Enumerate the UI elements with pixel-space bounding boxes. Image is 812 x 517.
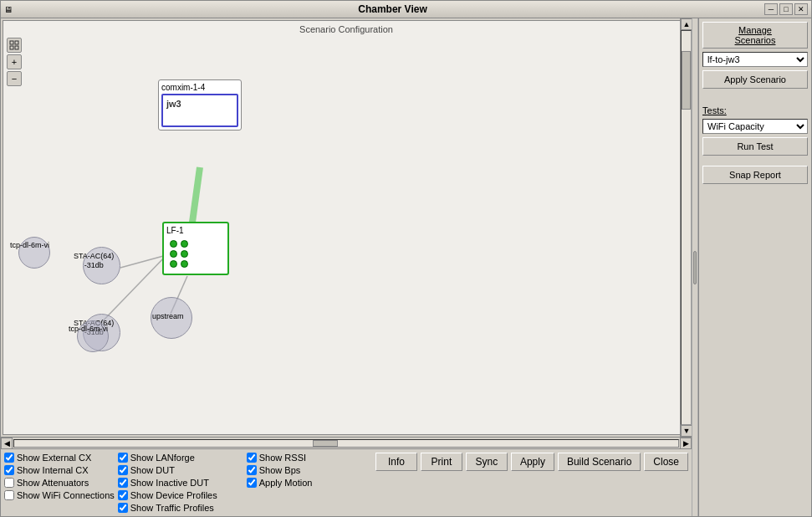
tests-label: Tests:: [702, 105, 808, 115]
tests-select[interactable]: WiFi Capacity: [702, 119, 808, 134]
print-button[interactable]: Print: [421, 453, 462, 471]
show-device-profiles-check[interactable]: [118, 490, 128, 500]
hscroll-right[interactable]: ▶: [680, 438, 692, 449]
show-wifi-label: Show WiFi Connections: [17, 490, 115, 500]
show-external-cx-label: Show External CX: [17, 453, 91, 463]
show-lanforge-item[interactable]: Show LANforge: [118, 453, 243, 463]
show-bps-label: Show Bps: [259, 465, 301, 475]
show-dut-item[interactable]: Show DUT: [118, 465, 243, 475]
apply-scenario-button[interactable]: Apply Scenario: [702, 70, 808, 89]
maximize-btn[interactable]: □: [779, 3, 793, 15]
comxim-label: comxim-1-4: [161, 83, 238, 92]
show-bps-item[interactable]: Show Bps: [247, 465, 355, 475]
minimize-btn[interactable]: ─: [764, 3, 778, 15]
show-internal-cx-label: Show Internal CX: [17, 465, 89, 475]
vscroll-down[interactable]: ▼: [681, 425, 692, 437]
show-wifi-check[interactable]: [4, 490, 14, 500]
show-attenuators-check[interactable]: [4, 478, 14, 488]
show-traffic-profiles-label: Show Traffic Profiles: [130, 503, 214, 513]
network-svg: [3, 21, 689, 434]
left-panel: Scenario Configuration + −: [1, 18, 692, 516]
show-inactive-dut-item[interactable]: Show Inactive DUT: [118, 478, 243, 488]
apply-button[interactable]: Apply: [511, 453, 554, 471]
scenario-select[interactable]: lf-to-jw3: [702, 52, 808, 67]
show-rssi-item[interactable]: Show RSSI: [247, 453, 355, 463]
show-lanforge-check[interactable]: [118, 453, 128, 463]
close-btn-title[interactable]: ✕: [794, 3, 808, 15]
lf1-node[interactable]: LF-1: [162, 222, 229, 275]
show-external-cx-item[interactable]: Show External CX: [4, 453, 115, 463]
tcp-label-2: tcp-dl-6m-vi: [69, 325, 108, 333]
apply-motion-item[interactable]: Apply Motion: [247, 478, 355, 488]
show-inactive-dut-label: Show Inactive DUT: [130, 478, 209, 488]
show-internal-cx-item[interactable]: Show Internal CX: [4, 465, 115, 475]
show-dut-label: Show DUT: [130, 465, 175, 475]
tests-text: Tests:: [702, 105, 727, 115]
show-device-profiles-label: Show Device Profiles: [130, 490, 217, 500]
show-rssi-label: Show RSSI: [259, 453, 306, 463]
hscroll-left[interactable]: ◀: [1, 438, 13, 449]
bottom-controls: Show External CX Show Internal CX Show A…: [1, 448, 692, 516]
canvas-wrapper: Scenario Configuration + −: [1, 18, 692, 448]
hscroll: ◀ ▶: [1, 437, 692, 448]
run-test-button[interactable]: Run Test: [702, 137, 808, 156]
window-title: Chamber View: [21, 3, 764, 15]
svg-line-4: [192, 167, 200, 228]
vscroll: ▲ ▼: [680, 18, 692, 437]
canvas-area: Scenario Configuration + −: [3, 20, 690, 435]
scenario-select-wrapper: lf-to-jw3: [702, 52, 808, 67]
comxim-node[interactable]: comxim-1-4 jw3: [158, 79, 242, 131]
sta-label-1: STA-AC(64)-31db: [74, 252, 114, 270]
manage-scenarios-button[interactable]: ManageScenarios: [702, 22, 808, 49]
lf1-label: LF-1: [166, 226, 225, 235]
show-dut-check[interactable]: [118, 465, 128, 475]
apply-motion-label: Apply Motion: [259, 478, 313, 488]
hscroll-track[interactable]: [13, 439, 679, 448]
close-button[interactable]: Close: [644, 453, 688, 471]
snap-report-button[interactable]: Snap Report: [702, 166, 808, 184]
show-device-profiles-item[interactable]: Show Device Profiles: [118, 490, 243, 500]
show-internal-cx-check[interactable]: [4, 465, 14, 475]
show-attenuators-label: Show Attenuators: [17, 478, 89, 488]
show-inactive-dut-check[interactable]: [118, 478, 128, 488]
jw3-label: jw3: [166, 99, 233, 109]
vscroll-up[interactable]: ▲: [681, 18, 692, 30]
show-external-cx-check[interactable]: [4, 453, 14, 463]
main-container: Scenario Configuration + −: [0, 18, 812, 517]
info-button[interactable]: Info: [375, 453, 417, 471]
apply-motion-check[interactable]: [247, 478, 257, 488]
show-wifi-item[interactable]: Show WiFi Connections: [4, 490, 115, 500]
sync-button[interactable]: Sync: [466, 453, 508, 471]
title-bar-icon: 🖥: [4, 5, 21, 14]
title-bar: 🖥 Chamber View ─ □ ✕: [0, 0, 812, 18]
build-scenario-button[interactable]: Build Scenario: [558, 453, 641, 471]
show-traffic-profiles-check[interactable]: [118, 503, 128, 513]
upstream-label: upstream: [152, 312, 184, 320]
panel-divider[interactable]: [692, 18, 698, 516]
window-controls: ─ □ ✕: [764, 3, 808, 15]
show-traffic-profiles-item[interactable]: Show Traffic Profiles: [118, 503, 243, 513]
show-bps-check[interactable]: [247, 465, 257, 475]
show-lanforge-label: Show LANforge: [130, 453, 195, 463]
show-attenuators-item[interactable]: Show Attenuators: [4, 478, 115, 488]
tcp-label-1: tcp-dl-6m-vi: [10, 241, 49, 249]
show-rssi-check[interactable]: [247, 453, 257, 463]
tests-select-wrapper: WiFi Capacity: [702, 119, 808, 134]
right-panel: ManageScenarios lf-to-jw3 Apply Scenario…: [698, 18, 811, 516]
